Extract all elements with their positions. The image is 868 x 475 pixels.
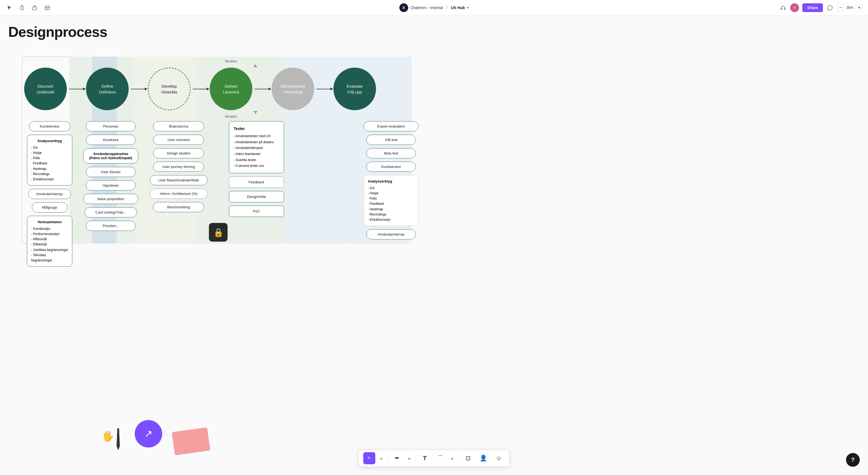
svg-rect-5	[781, 8, 782, 10]
zoom-in-button[interactable]: +	[856, 4, 863, 11]
iteration-top: Iteration	[225, 59, 237, 63]
card-sorting-card[interactable]: Card sorting/Träd...	[85, 207, 137, 217]
malgrupp-card[interactable]: Målgrupp	[32, 202, 68, 213]
breadcrumb-chevron[interactable]: ▾	[467, 6, 469, 10]
shape-pink-rect[interactable]	[172, 427, 211, 455]
svg-rect-1	[33, 7, 36, 10]
ab-test-card[interactable]: A/B test	[366, 135, 416, 145]
user-flows-card[interactable]: User flows/Använderflöde	[150, 175, 208, 185]
discover-label1: Discover	[37, 83, 53, 89]
expert-eval-card[interactable]: Expert evaluation	[364, 121, 418, 131]
tester-box[interactable]: Tester - Användartester med UX - Använda…	[229, 121, 284, 173]
anvandarintervju-card[interactable]: Användarintervju	[28, 189, 71, 199]
user-journey-card[interactable]: User journey lösning	[153, 162, 204, 172]
hypoteser-card[interactable]: Hypoteser	[86, 180, 135, 190]
breadcrumb-logo[interactable]: X	[399, 3, 408, 12]
share-button[interactable]: Share	[802, 3, 823, 12]
select-tool-button[interactable]: ↖	[363, 452, 375, 464]
pen-chevron[interactable]: ▲	[406, 455, 412, 461]
help-button[interactable]: ?	[846, 453, 860, 467]
table-tool[interactable]	[43, 4, 51, 11]
define-label2: Definiera	[99, 89, 116, 95]
canvas[interactable]: Designprocess Discover Undersök ▶	[0, 15, 868, 475]
develop-label1: Develop	[162, 83, 177, 89]
circles-row: Discover Undersök ▶ Define Definiera ▶	[24, 68, 376, 110]
value-prop-card[interactable]: Value proposition	[83, 194, 138, 204]
discover-circle: Discover Undersök	[24, 68, 67, 110]
analysverktyg-box[interactable]: Analysverktyg - GA- Hotjar· Polls· Feedb…	[27, 135, 72, 186]
toolbar-right: A Share − 36% +	[779, 3, 863, 12]
development-cards	[299, 119, 360, 270]
user-scenario-card[interactable]: User scenario	[153, 135, 204, 145]
pen-tool-button[interactable]: ✒	[391, 452, 403, 464]
define-circle: Define Definiera	[86, 68, 129, 110]
brainstorma-card[interactable]: Brainstorma	[153, 121, 204, 131]
development-circle: Development Utveckling	[272, 68, 314, 110]
iteration-bottom: Iteration	[225, 115, 237, 119]
feedback-card[interactable]: Feedback	[229, 177, 284, 188]
user-avatar[interactable]: A	[790, 3, 799, 12]
user-stories-card[interactable]: User Stories	[86, 167, 135, 177]
page-title: Designprocess	[8, 24, 107, 40]
kundresa-card[interactable]: Kundresa	[86, 135, 135, 145]
discover-label2: Undersök	[36, 89, 54, 95]
chat-icon[interactable]	[826, 4, 834, 11]
anvandarupplevelse-card[interactable]: Användarupplevelse(Pains och Gains/Empat…	[83, 148, 138, 164]
breadcrumb-hub[interactable]: UX Hub	[451, 5, 465, 10]
deliver-cards: Tester - Användartester med UX - Använda…	[214, 119, 299, 270]
svg-rect-6	[784, 8, 785, 10]
deliver-label1: Deliver	[224, 83, 238, 89]
poc-card[interactable]: PoC	[229, 205, 284, 217]
beta-test-card[interactable]: Beta test	[366, 148, 416, 158]
define-cards: Personas Kundresa Användarupplevelse(Pai…	[78, 119, 144, 270]
arrow2: ▶	[129, 89, 148, 89]
arrow5: ▶	[314, 89, 333, 89]
zoom-level: 36%	[845, 5, 855, 10]
develop-label2: Utveckla	[161, 89, 177, 95]
timer-tool[interactable]	[18, 4, 26, 11]
avatar-tool-button[interactable]: 👤	[477, 452, 490, 464]
svg-rect-2	[45, 6, 50, 10]
kundservice-eval-card[interactable]: Kundservice	[366, 162, 416, 172]
analysverktyg-eval-box[interactable]: Analysverktyg - GA- Hotjar· Polls· Feedb…	[364, 175, 418, 226]
arrow3: ▶	[190, 89, 210, 89]
text-tool-button[interactable]: T	[419, 452, 431, 464]
toolbar-left	[5, 4, 51, 11]
prioriteri-card[interactable]: Prioriteri...	[86, 221, 135, 231]
arrow4: ▶	[252, 89, 272, 89]
personas-card[interactable]: Personas	[86, 121, 135, 131]
shape-purple-circle[interactable]: ↗	[135, 420, 162, 447]
shape-pen[interactable]	[114, 428, 122, 450]
designmote-card[interactable]: Designmöte	[229, 191, 284, 202]
breadcrumb-org: Chalmers - Internal	[410, 5, 443, 10]
inform-arch-card[interactable]: Inform. Architecture (IA)	[150, 189, 208, 199]
benchmarking-card[interactable]: Benchmarking	[153, 202, 204, 212]
deliver-container: Iteration Deliver Leverera Iteration ➤ ➤	[210, 68, 252, 110]
cards-area: Kundservice Analysverktyg - GA- Hotjar· …	[24, 119, 423, 270]
emoji-tool-button[interactable]: ☺	[493, 452, 505, 464]
lock-badge[interactable]: 🔒	[209, 223, 227, 242]
evaluate-circle: Evaluate Följ upp	[333, 68, 376, 110]
deliver-label2: Leverera	[223, 89, 239, 95]
kundservice-card[interactable]: Kundservice	[29, 121, 70, 131]
cursor-tool[interactable]	[5, 4, 13, 11]
headphone-icon[interactable]	[779, 4, 787, 11]
zoom-control: − 36% +	[837, 4, 863, 11]
development-label1: Development	[281, 83, 305, 89]
line-tool-button[interactable]: ⌒	[434, 452, 446, 464]
select-chevron[interactable]: ▲	[379, 455, 384, 461]
development-label2: Utveckling	[283, 89, 302, 95]
breadcrumb-sep: /	[446, 5, 447, 10]
zoom-out-button[interactable]: −	[837, 4, 844, 11]
discover-cards: Kundservice Analysverktyg - GA- Hotjar· …	[24, 119, 75, 270]
design-studios-card[interactable]: Design studios	[153, 148, 204, 158]
anvandarintervju-eval-card[interactable]: Användarintervju	[366, 229, 416, 240]
verksamheten-box[interactable]: Verksamheten - Kundanalys- Konkurransana…	[27, 216, 72, 266]
evaluate-label2: Följ upp	[347, 89, 362, 95]
arrow1: ▶	[67, 89, 86, 89]
bag-tool[interactable]	[31, 4, 38, 11]
frame-tool-button[interactable]: ⊡	[462, 452, 474, 464]
develop-circle: Develop Utveckla	[148, 68, 190, 110]
divider1	[388, 454, 388, 462]
line-chevron[interactable]: ▲	[450, 455, 455, 461]
